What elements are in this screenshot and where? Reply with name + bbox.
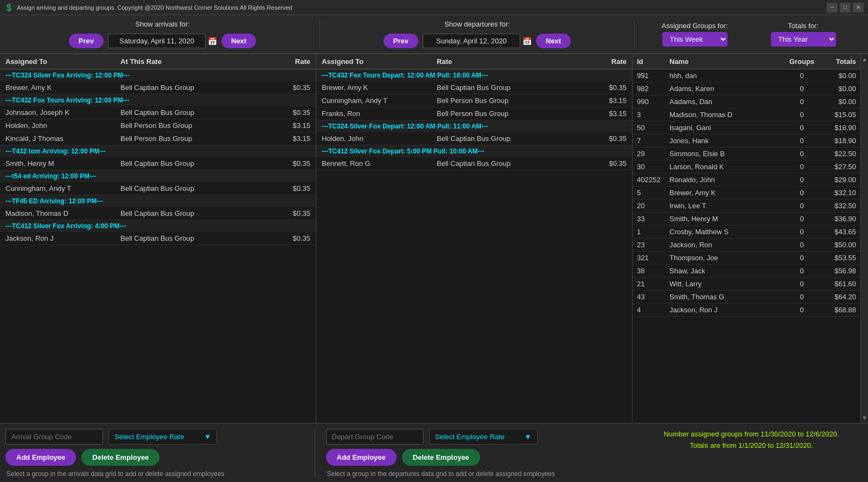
employee-row[interactable]: 23 Jackson, Ron 0 $50.00 [633, 239, 860, 252]
employee-row[interactable]: 990 Aadams, Dan 0 $0.00 [633, 95, 860, 108]
right-header-row: Assigned Groups for: This Week Last Week… [640, 22, 857, 47]
employee-row[interactable]: 5 Brewer, Amy K 0 $32.10 [633, 187, 860, 200]
arrivals-cell-value: $0.35 [264, 184, 310, 192]
arrivals-add-employee-button[interactable]: Add Employee [5, 449, 76, 466]
emp-cell-name: Brewer, Amy K [669, 189, 786, 197]
arrivals-delete-employee-button[interactable]: Delete Employee [81, 449, 159, 466]
departures-data-row[interactable]: Holden, John Bell Captian Bus Group $0.3… [316, 132, 632, 145]
departures-data-row[interactable]: Franks, Ron Bell Person Bus Group $3.15 [316, 107, 632, 120]
employee-row[interactable]: 21 Witt, Larry 0 $61.60 [633, 278, 860, 291]
employee-row[interactable]: 38 Shaw, Jack 0 $56.98 [633, 265, 860, 278]
right-scrollbar[interactable]: ▲ ▼ [860, 54, 868, 423]
departures-bottom-row2: Add Employee Delete Employee [326, 449, 624, 466]
close-button[interactable]: ✕ [853, 3, 864, 12]
departures-cell-value: $3.15 [580, 97, 627, 105]
emp-cell-name: Jackson, Ron [669, 241, 786, 249]
employee-row[interactable]: 43 Smith, Thomas G 0 $64.20 [633, 291, 860, 304]
departures-next-button[interactable]: Next [536, 34, 571, 48]
emp-cell-name: Irwin, Lee T [669, 202, 786, 210]
emp-cell-groups: 0 [786, 228, 818, 236]
minimize-button[interactable]: ─ [827, 3, 838, 12]
arrivals-next-button[interactable]: Next [221, 34, 256, 48]
emp-cell-name: Larson, Ronald K [669, 163, 786, 171]
employee-row[interactable]: 20 Irwin, Lee T 0 $32.50 [633, 200, 860, 213]
departures-calendar-icon[interactable]: 📅 [522, 37, 532, 46]
emp-cell-totals: $56.98 [818, 267, 856, 275]
arrivals-data-row[interactable]: Brewer, Amy K Bell Captian Bus Group $0.… [0, 81, 316, 94]
arrivals-cell-rate: Bell Captian Bus Group [120, 209, 264, 217]
departures-prev-button[interactable]: Prev [384, 34, 418, 48]
arrival-group-code-input[interactable] [5, 429, 103, 445]
arrivals-data-row[interactable]: Johnsaon, Joseph K Bell Captian Bus Grou… [0, 106, 316, 119]
departures-delete-employee-button[interactable]: Delete Employee [402, 449, 480, 466]
arrivals-date-input[interactable] [108, 34, 206, 48]
arrivals-prev-button[interactable]: Prev [69, 34, 104, 48]
departures-bottom-panel: Select Employee Rate ▼ Add Employee Dele… [326, 429, 624, 478]
emp-cell-totals: $43.65 [818, 228, 856, 236]
emp-cell-totals: $0.00 [818, 98, 856, 106]
totals-select[interactable]: This Year Last Year Custom [771, 32, 836, 47]
emp-cell-name: Adams, Karen [669, 85, 786, 93]
departures-cell-rate: Bell Person Bus Group [437, 97, 580, 105]
arrivals-rate-dropdown[interactable]: Select Employee Rate ▼ [108, 429, 217, 445]
scroll-down-icon[interactable]: ▼ [861, 414, 868, 422]
employee-row[interactable]: 29 Simmons, Elsie B 0 $22.50 [633, 147, 860, 160]
emp-cell-groups: 0 [786, 111, 818, 119]
arrivals-data-row[interactable]: Madison, Thomas D Bell Captian Bus Group… [0, 207, 316, 220]
emp-cell-totals: $64.20 [818, 293, 856, 301]
emp-cell-totals: $29.00 [818, 176, 856, 184]
departures-col-assigned: Assigned To [322, 57, 437, 66]
employee-row[interactable]: 321 Thompson, Joe 0 $53.55 [633, 252, 860, 265]
arrivals-data-row[interactable]: Jackson, Ron J Bell Captian Bus Group $0… [0, 232, 316, 245]
arrivals-cell-name: Madison, Thomas D [5, 209, 120, 217]
emp-cell-groups: 0 [786, 280, 818, 288]
employee-row[interactable]: 982 Adams, Karen 0 $0.00 [633, 82, 860, 95]
employee-row[interactable]: 4 Jackson, Ron J 0 $68.88 [633, 304, 860, 317]
departures-date-input[interactable] [423, 34, 520, 48]
arrivals-data-row[interactable]: Holden, John Bell Person Bus Group $3.15 [0, 119, 316, 132]
arrivals-cell-name: Smith, Henry M [5, 159, 120, 168]
departures-cell-rate: Bell Captian Bus Group [437, 159, 580, 168]
arrivals-group-header: ---TF45 ED Arriving: 12:00 PM--- [0, 195, 316, 207]
arrivals-calendar-icon[interactable]: 📅 [208, 37, 217, 46]
arrivals-data-row[interactable]: Cunningham, Andy T Bell Captian Bus Grou… [0, 182, 316, 195]
departures-data-row[interactable]: Brewer, Amy K Bell Captian Bus Group $0.… [316, 81, 632, 94]
emp-cell-groups: 0 [786, 306, 818, 314]
emp-cell-name: Aadams, Dan [669, 98, 786, 106]
depart-group-code-input[interactable] [326, 429, 424, 445]
arrivals-header: Show arrivals for: Prev 📅 Next [5, 20, 320, 48]
employee-row[interactable]: 3 Madison, Thomas D 0 $15.05 [633, 108, 860, 121]
arrivals-data-row[interactable]: Kincaid, J Thomas Bell Person Bus Group … [0, 132, 316, 145]
arrivals-group-header: ---TC432 Fox Tours Arriving: 12:00 PM--- [0, 94, 316, 106]
assigned-groups-label: Assigned Groups for: [661, 22, 727, 30]
departures-data-row[interactable]: Cunningham, Andy T Bell Person Bus Group… [316, 94, 632, 107]
emp-cell-groups: 0 [786, 241, 818, 249]
departures-rate-dropdown[interactable]: Select Employee Rate ▼ [429, 429, 538, 445]
maximize-button[interactable]: □ [840, 3, 851, 12]
departures-add-employee-button[interactable]: Add Employee [326, 449, 397, 466]
arrivals-bottom-row1: Select Employee Rate ▼ [5, 429, 304, 445]
emp-cell-id: 21 [637, 280, 669, 288]
departures-cell-rate: Bell Captian Bus Group [437, 134, 580, 143]
emp-cell-groups: 0 [786, 137, 818, 145]
employee-row[interactable]: 7 Jones, Hank 0 $18.90 [633, 134, 860, 147]
assigned-groups-select[interactable]: This Week Last Week This Month [662, 32, 727, 47]
arrivals-group-header: ---TC324 Silver Fox Arriving: 12:00 PM--… [0, 69, 316, 81]
employee-row[interactable]: 30 Larson, Ronald K 0 $27.50 [633, 160, 860, 173]
employee-row[interactable]: 1 Crosby, Matthew S 0 $43.65 [633, 226, 860, 239]
employee-row[interactable]: 33 Smith, Henry M 0 $36.90 [633, 213, 860, 226]
arrivals-data-row[interactable]: Smith, Henry M Bell Captian Bus Group $0… [0, 157, 316, 170]
arrivals-hint: Select a group in the arrivals data grid… [5, 470, 304, 478]
employee-row[interactable]: 991 hhh, dan 0 $0.00 [633, 69, 860, 82]
departures-bottom-row1: Select Employee Rate ▼ [326, 429, 624, 445]
emp-cell-groups: 0 [786, 267, 818, 275]
emp-cell-totals: $27.50 [818, 163, 856, 171]
arrivals-controls: Prev 📅 Next [69, 34, 256, 48]
scroll-up-icon[interactable]: ▲ [861, 55, 868, 63]
arrivals-cell-rate: Bell Captian Bus Group [120, 108, 264, 117]
employee-row[interactable]: 402252 Ronaldo, John 0 $29.00 [633, 173, 860, 187]
emp-cell-totals: $61.60 [818, 280, 856, 288]
arrivals-cell-name: Holden, John [5, 121, 120, 130]
employee-row[interactable]: 50 Isagani, Gani 0 $18.90 [633, 121, 860, 134]
departures-data-row[interactable]: Bennett, Ron G Bell Captian Bus Group $0… [316, 157, 632, 170]
